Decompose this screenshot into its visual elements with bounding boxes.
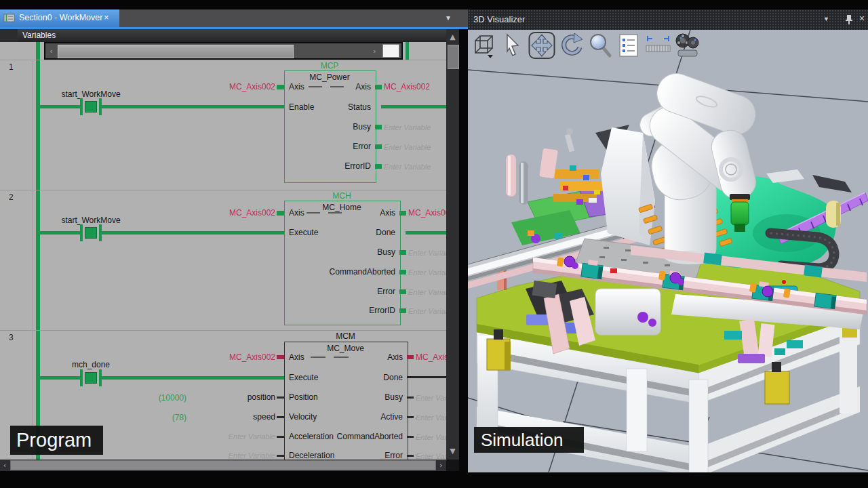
- tab-section0-workmover[interactable]: Section0 - WorkMover ×: [0, 9, 119, 27]
- movie-record-icon[interactable]: [674, 31, 701, 60]
- fb-output-placeholder[interactable]: Enter Variable: [416, 432, 446, 442]
- fb-input-variable[interactable]: MC_Axis002: [170, 82, 275, 92]
- fb-pin[interactable]: CommandAborted: [284, 432, 403, 441]
- fb-output-placeholder[interactable]: Enter Variable: [408, 287, 446, 297]
- pin-icon[interactable]: [845, 14, 853, 25]
- close-icon[interactable]: ×: [859, 13, 865, 24]
- pin-stub: [407, 396, 414, 399]
- fb-input-variable[interactable]: MC_Axis002: [170, 352, 275, 362]
- tab-close-icon[interactable]: ×: [104, 12, 109, 22]
- fb-pin[interactable]: ErrorID: [284, 306, 395, 315]
- fb-output-placeholder[interactable]: Enter Variable: [408, 268, 446, 277]
- scroll-down-arrow[interactable]: ▼: [446, 447, 459, 455]
- pan-tool-icon[interactable]: [528, 31, 555, 60]
- fb-pin[interactable]: Error: [284, 142, 371, 151]
- ladder-top-scrollbar[interactable]: ‹ ›: [44, 42, 403, 60]
- scrollbar-thumb[interactable]: [10, 460, 436, 470]
- fb-name: MC_Power: [284, 73, 375, 82]
- fb-pin[interactable]: Error: [284, 287, 395, 296]
- fb-output-placeholder[interactable]: Enter Variable: [416, 413, 446, 422]
- contact-energized-square[interactable]: [85, 372, 97, 384]
- contact[interactable]: [80, 98, 83, 115]
- contact-energized-square[interactable]: [85, 227, 97, 239]
- splitter-handle[interactable]: [382, 44, 399, 58]
- fb-pin[interactable]: CommandAborted: [284, 267, 395, 277]
- fb-pin[interactable]: ErrorID: [284, 161, 371, 171]
- fb-pin[interactable]: Active: [284, 412, 403, 422]
- display-list-icon[interactable]: [616, 31, 643, 60]
- visualizer-title-bar[interactable]: 3D Visualizer ▼ ×: [468, 9, 868, 30]
- contact-label[interactable]: start_WorkMove: [54, 89, 128, 99]
- measure-tool-icon[interactable]: [645, 31, 672, 60]
- fb-output-placeholder[interactable]: Enter Variable: [384, 123, 431, 132]
- fb-pin[interactable]: Error: [284, 451, 403, 460]
- fb-output-placeholder[interactable]: Enter Variable: [408, 306, 446, 316]
- scroll-up-arrow[interactable]: ▲: [446, 33, 459, 41]
- yellow-cylinder: [826, 201, 841, 228]
- fb-output-placeholder[interactable]: Enter Variable: [384, 142, 431, 152]
- fb-pin[interactable]: Axis: [284, 82, 371, 92]
- fb-mnemonic: MCP: [284, 61, 375, 70]
- viewport-3d[interactable]: Simulation: [468, 30, 868, 472]
- wire: [102, 231, 284, 235]
- pin-stub: [407, 355, 414, 359]
- scrollbar-thumb[interactable]: [448, 45, 459, 69]
- contact[interactable]: [80, 224, 83, 241]
- zoom-tool-icon[interactable]: [587, 31, 614, 60]
- fb-input-placeholder[interactable]: Enter Variable: [170, 432, 275, 441]
- contact-label[interactable]: start_WorkMove: [54, 216, 128, 225]
- fb-pin[interactable]: Busy: [284, 122, 371, 131]
- fb-output-variable[interactable]: MC_Axis002: [384, 82, 430, 92]
- orbit-tool-icon[interactable]: [557, 31, 585, 60]
- fb-pin[interactable]: Status: [284, 102, 371, 112]
- fb-input-variable[interactable]: MC_Axis002: [170, 208, 275, 218]
- ladder-vertical-scrollbar[interactable]: ▲ ▼: [446, 29, 459, 460]
- fb-mnemonic: MCH: [284, 191, 399, 201]
- fb-pin[interactable]: Done: [284, 373, 403, 382]
- fb-output-placeholder[interactable]: Enter Variable: [416, 393, 446, 403]
- contact[interactable]: [80, 369, 83, 386]
- fb-pin[interactable]: Busy: [284, 247, 395, 257]
- fb-output-variable[interactable]: MC_Axis002: [408, 208, 446, 218]
- fb-output-placeholder[interactable]: Enter Variable: [408, 248, 446, 258]
- simulation-overlay-label: Simulation: [474, 427, 584, 453]
- ladder-editor-canvas[interactable]: 1 start_WorkMove MC_Axis002 MCP MC_Power…: [0, 0, 446, 460]
- scroll-left-arrow[interactable]: ‹: [46, 47, 56, 56]
- view-cube-icon[interactable]: [470, 31, 497, 60]
- fb-pin[interactable]: Axis: [284, 208, 395, 218]
- fb-name: MC_Move: [284, 344, 407, 353]
- variables-bar[interactable]: Variables: [0, 29, 446, 42]
- scroll-left-arrow[interactable]: ‹: [0, 461, 9, 470]
- ladder-bottom-scrollbar[interactable]: ‹ ›: [0, 460, 446, 471]
- scrollbar-thumb[interactable]: [58, 45, 294, 58]
- section-icon: [3, 13, 16, 24]
- pin-stub: [375, 144, 382, 149]
- fb-output-variable[interactable]: MC_Axis002: [416, 352, 446, 362]
- tab-overflow-menu-icon[interactable]: ▼: [445, 14, 452, 22]
- fb-output-placeholder[interactable]: Enter Variable: [416, 451, 446, 460]
- wire: [40, 105, 80, 108]
- fb-output-placeholder[interactable]: Enter Variable: [384, 162, 431, 171]
- pin-stub: [407, 436, 414, 438]
- scene-3d: [468, 30, 868, 472]
- contact-label[interactable]: mch_done: [54, 360, 128, 369]
- fb-pin[interactable]: Axis: [284, 352, 403, 362]
- fb-input-variable[interactable]: position: [170, 392, 275, 402]
- pin-stub: [375, 125, 382, 129]
- scroll-right-arrow[interactable]: ›: [436, 461, 446, 470]
- tab-title[interactable]: Section0 - WorkMover: [19, 13, 102, 22]
- select-tool-icon[interactable]: [499, 31, 526, 60]
- pin-stub: [407, 455, 414, 457]
- fb-input-placeholder[interactable]: Enter Variable: [170, 451, 275, 460]
- fb-pin[interactable]: Done: [284, 228, 395, 237]
- pin-stub: [277, 396, 284, 399]
- wire: [102, 105, 284, 108]
- window-menu-icon[interactable]: ▼: [823, 16, 829, 22]
- contact-energized-square[interactable]: [85, 101, 97, 113]
- scroll-right-arrow[interactable]: ›: [370, 47, 380, 56]
- pin-stub: [399, 308, 406, 313]
- fb-input-variable[interactable]: speed: [170, 412, 275, 422]
- fb-pin[interactable]: Busy: [284, 392, 403, 402]
- rung-number: 3: [9, 333, 14, 342]
- panel-divider[interactable]: [459, 9, 468, 472]
